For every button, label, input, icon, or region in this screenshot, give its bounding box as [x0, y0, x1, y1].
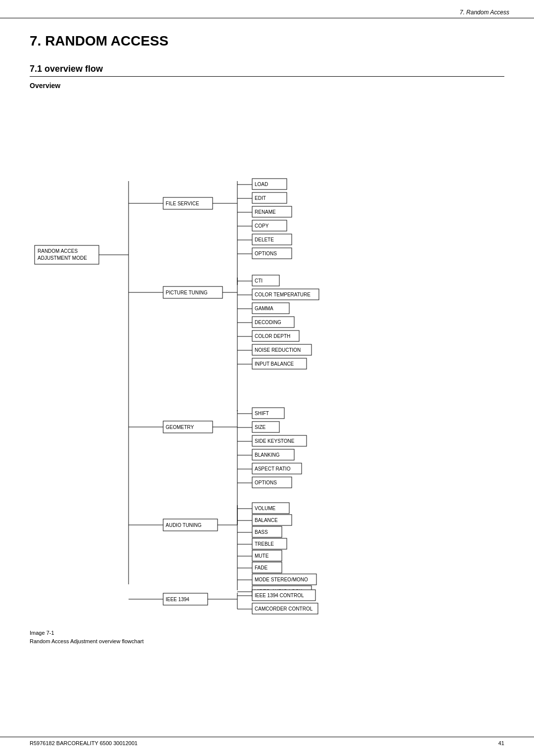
header-text: 7. Random Access — [460, 9, 509, 16]
color-depth-label: COLOR DEPTH — [255, 333, 290, 339]
mute-label: MUTE — [255, 553, 269, 559]
footer-right: 41 — [498, 740, 504, 746]
ieee-1394-control-label: IEEE 1394 CONTROL — [255, 593, 304, 598]
flowchart: RANDOM ACCES ADJUSTMENT MODE FILE SERVIC… — [30, 94, 504, 619]
adjustment-mode-label: ADJUSTMENT MODE — [38, 255, 87, 261]
input-balance-label: INPUT BALANCE — [255, 361, 294, 367]
fade-label: FADE — [255, 565, 267, 570]
caption-line2: Random Access Adjustment overview flowch… — [30, 637, 504, 646]
geometry-label: GEOMETRY — [166, 425, 194, 430]
treble-label: TREBLE — [255, 541, 274, 547]
image-caption: Image 7-1 Random Access Adjustment overv… — [30, 629, 504, 645]
edit-label: EDIT — [255, 195, 266, 201]
mode-stereo-mono-label: MODE STEREO/MONO — [255, 577, 308, 582]
section-title: 7.1 overview flow — [30, 64, 504, 77]
color-temperature-label: COLOR TEMPERATURE — [255, 292, 311, 297]
size-label: SIZE — [255, 425, 266, 430]
rename-label: RENAME — [255, 209, 276, 215]
balance-label: BALANCE — [255, 518, 278, 523]
aspect-ratio-label: ASPECT RATIO — [255, 466, 291, 472]
copy-label: COPY — [255, 223, 269, 229]
cti-label: CTI — [255, 278, 263, 284]
footer-left: R5976182 BARCOREALITY 6500 30012001 — [30, 740, 137, 746]
caption-line1: Image 7-1 — [30, 629, 504, 637]
shift-label: SHIFT — [255, 411, 269, 416]
random-acces-label: RANDOM ACCES — [38, 248, 78, 254]
picture-tuning-label: PICTURE TUNING — [166, 290, 208, 295]
side-keystone-label: SIDE KEYSTONE — [255, 438, 295, 444]
file-service-label: FILE SERVICE — [166, 201, 199, 206]
overview-label: Overview — [30, 82, 504, 90]
volume-label: VOLUME — [255, 506, 276, 511]
ieee-1394-label: IEEE 1394 — [166, 597, 189, 602]
options-geo-label: OPTIONS — [255, 480, 277, 485]
footer: R5976182 BARCOREALITY 6500 30012001 41 — [0, 737, 534, 746]
blanking-label: BLANKING — [255, 452, 280, 458]
camcorder-control-label: CAMCORDER CONTROL — [255, 606, 313, 612]
options-fs-label: OPTIONS — [255, 251, 277, 256]
bass-label: BASS — [255, 529, 268, 535]
page-header: 7. Random Access — [0, 0, 534, 18]
audio-tuning-label: AUDIO TUNING — [166, 522, 202, 528]
page: 7. Random Access 7. RANDOM ACCESS 7.1 ov… — [0, 0, 534, 756]
decoding-label: DECODING — [255, 320, 281, 325]
gamma-label: GAMMA — [255, 306, 273, 311]
chapter-title: 7. RANDOM ACCESS — [30, 33, 504, 49]
delete-label: DELETE — [255, 237, 274, 242]
load-label: LOAD — [255, 182, 268, 187]
noise-reduction-label: NOISE REDUCTION — [255, 347, 301, 353]
main-content: 7. RANDOM ACCESS 7.1 overview flow Overv… — [0, 18, 534, 675]
